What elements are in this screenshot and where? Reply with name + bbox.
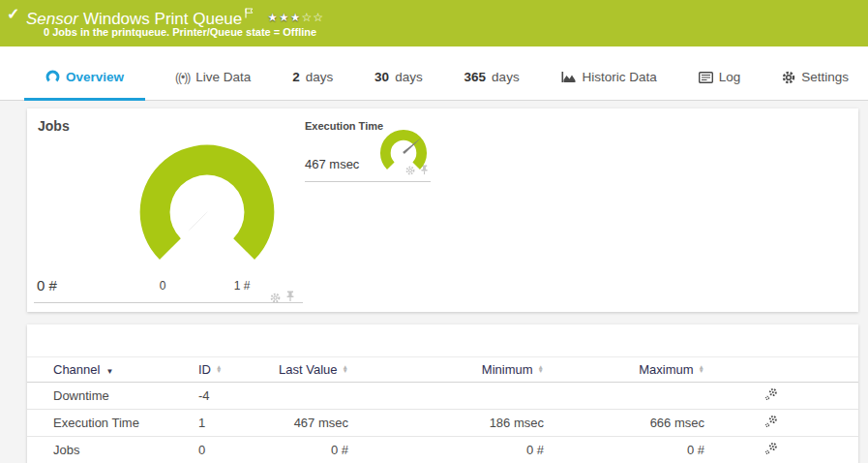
area-chart-icon	[561, 71, 577, 83]
gauge-title: Execution Time	[305, 120, 383, 132]
gauge-gear-icon[interactable]	[270, 293, 281, 303]
star-empty-icon[interactable]: ☆☆	[302, 11, 325, 24]
execution-time-current-value: 467 msec	[305, 157, 359, 171]
tab-live-data[interactable]: ((•)) Live Data	[164, 56, 262, 101]
channel-settings-gears-icon[interactable]	[764, 415, 778, 428]
tab-label: Settings	[801, 70, 849, 84]
gauges-panel: Jobs 0 1 # 0 # Execution Time 467 msec	[27, 108, 858, 312]
sort-desc-icon: ▼	[105, 367, 113, 376]
tab-label: Historic Data	[583, 70, 657, 84]
channel-settings-gears-icon[interactable]	[764, 387, 778, 401]
tab-365-days[interactable]: 365 days	[453, 56, 531, 101]
tab-label: Log	[719, 70, 741, 84]
channel-table-header: Channel▼ ID▲▼ Last Value▲▼ Minimum▲▼ Max…	[27, 356, 858, 383]
column-header-maximum[interactable]: Maximum▲▼	[544, 362, 704, 377]
tab-2-days[interactable]: 2 days	[281, 56, 344, 101]
gauge-scale-max: 1 #	[227, 279, 256, 293]
tab-label: Overview	[66, 70, 124, 84]
column-header-id[interactable]: ID▲▼	[198, 362, 242, 377]
tab-number: 2	[292, 70, 300, 84]
cell-channel: Downtime	[53, 388, 198, 403]
sort-icon: ▲▼	[216, 365, 222, 374]
cell-id: -4	[198, 388, 242, 403]
flag-icon[interactable]	[245, 4, 254, 23]
cell-maximum: 666 msec	[544, 416, 704, 430]
channel-settings-gears-icon[interactable]	[764, 442, 778, 455]
cell-minimum: 186 msec	[348, 416, 544, 430]
cell-channel: Jobs	[53, 443, 198, 457]
star-filled-icon[interactable]: ★★★	[267, 11, 301, 24]
jobs-gauge-widget: Jobs 0 1 # 0 #	[34, 112, 303, 303]
tab-label: days	[395, 70, 423, 84]
tab-overview[interactable]: Overview	[24, 56, 145, 101]
gauge-title: Jobs	[38, 118, 70, 134]
overview-content: Jobs 0 1 # 0 # Execution Time 467 msec	[27, 108, 858, 463]
column-header-channel[interactable]: Channel▼	[53, 362, 198, 377]
tab-log[interactable]: Log	[687, 56, 753, 101]
cell-channel: Execution Time	[53, 416, 198, 430]
gauge-icon	[45, 70, 60, 84]
channel-table-panel: Channel▼ ID▲▼ Last Value▲▼ Minimum▲▼ Max…	[27, 324, 858, 463]
cell-last-value: 0 #	[242, 443, 348, 457]
sensor-status-message: 0 Jobs in the printqueue. Printer/Queue …	[44, 26, 316, 38]
channel-table: Channel▼ ID▲▼ Last Value▲▼ Minimum▲▼ Max…	[27, 356, 858, 463]
log-icon	[699, 72, 713, 83]
tab-historic-data[interactable]: Historic Data	[550, 56, 669, 101]
tab-label: Live Data	[195, 70, 251, 84]
gear-icon	[782, 71, 795, 84]
table-row-jobs[interactable]: Jobs 0 0 # 0 # 0 #	[27, 437, 858, 463]
sensor-page: ✓ SensorWindows Print Queue★★★☆☆ 0 Jobs …	[0, 0, 868, 463]
cell-maximum: 0 #	[544, 443, 704, 457]
sensor-header: ✓ SensorWindows Print Queue★★★☆☆ 0 Jobs …	[0, 0, 868, 46]
column-header-minimum[interactable]: Minimum▲▼	[348, 362, 544, 377]
live-data-icon: ((•))	[175, 71, 190, 84]
pin-icon[interactable]	[285, 289, 295, 306]
tab-number: 30	[374, 70, 389, 84]
tab-30-days[interactable]: 30 days	[363, 56, 434, 101]
status-ok-check-icon: ✓	[7, 5, 19, 23]
priority-stars[interactable]: ★★★☆☆	[267, 11, 324, 24]
cell-id: 1	[198, 416, 242, 430]
tab-settings[interactable]: Settings	[770, 56, 860, 101]
gauge-scale-min: 0	[150, 279, 175, 293]
tab-bar: Overview ((•)) Live Data 2 days 30 days …	[0, 46, 868, 101]
jobs-current-value: 0 #	[37, 277, 57, 293]
cell-last-value: 467 msec	[242, 416, 348, 430]
sort-icon: ▲▼	[699, 365, 704, 374]
table-row-execution-time[interactable]: Execution Time 1 467 msec 186 msec 666 m…	[27, 410, 858, 437]
tab-label: days	[306, 70, 334, 84]
cell-minimum: 0 #	[348, 443, 544, 457]
execution-time-gauge	[378, 128, 429, 182]
cell-id: 0	[198, 443, 242, 457]
table-row-downtime[interactable]: Downtime -4	[27, 383, 858, 410]
tab-number: 365	[464, 70, 487, 84]
jobs-gauge	[135, 139, 280, 289]
column-header-last-value[interactable]: Last Value▲▼	[242, 362, 348, 377]
tab-label: days	[492, 70, 520, 84]
